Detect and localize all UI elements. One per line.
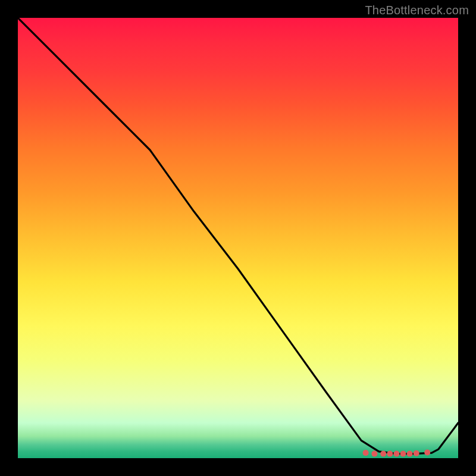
flat-marker — [424, 449, 430, 455]
attribution-label: TheBottleneck.com — [365, 4, 469, 17]
flat-marker — [380, 451, 386, 457]
flat-marker — [400, 451, 406, 457]
curve-line — [18, 18, 458, 454]
flat-marker — [371, 451, 377, 457]
chart-plot-area — [18, 18, 458, 458]
chart-stage: TheBottleneck.com — [0, 0, 476, 476]
flat-marker — [414, 450, 419, 456]
flat-marker — [407, 451, 413, 457]
chart-svg — [18, 18, 458, 458]
flat-marker — [387, 451, 393, 457]
flat-marker — [393, 451, 399, 457]
flat-marker — [363, 450, 369, 456]
